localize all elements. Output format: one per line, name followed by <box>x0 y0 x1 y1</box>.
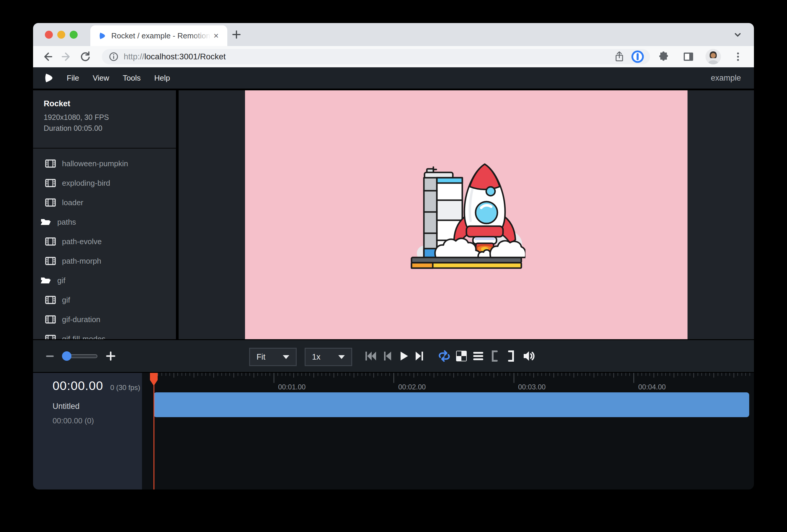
out-point-bracket-icon[interactable] <box>503 340 519 372</box>
ruler-tick <box>210 373 210 376</box>
loop-icon[interactable] <box>436 340 452 372</box>
zoom-slider-thumb[interactable] <box>62 351 71 361</box>
film-icon <box>45 315 56 324</box>
ruler-tick <box>541 373 542 376</box>
menu-view[interactable]: View <box>93 73 109 83</box>
transparency-checkerboard-icon[interactable] <box>453 340 469 372</box>
ruler-tick <box>422 373 422 376</box>
film-icon <box>45 296 56 304</box>
timeline-track-bar[interactable] <box>153 392 749 417</box>
back-icon[interactable] <box>40 49 56 65</box>
playhead-line[interactable] <box>153 373 154 489</box>
sidebar-item-path-morph[interactable]: path-morph <box>33 251 176 271</box>
sidebar-item-gif[interactable]: gif <box>33 290 176 310</box>
composition-name: Rocket <box>44 99 176 108</box>
ruler-tick <box>537 373 538 376</box>
skip-to-start-icon[interactable] <box>363 340 379 372</box>
ruler-tick <box>533 373 534 378</box>
ruler-tick <box>310 373 310 376</box>
url-bar[interactable]: http://localhost:3001/Rocket <box>102 49 650 64</box>
play-icon[interactable] <box>396 340 411 372</box>
zoom-in-plus-icon[interactable] <box>105 350 116 362</box>
menu-file[interactable]: File <box>67 73 79 83</box>
ruler-tick <box>570 373 570 376</box>
timeline-tracks-area[interactable]: 00:01.00 00:02.00 00:03.00 00:04.00 <box>144 373 754 489</box>
ruler-tick <box>254 373 254 378</box>
ruler-tick <box>738 373 738 376</box>
new-tab-button[interactable] <box>230 28 243 41</box>
ruler-tick <box>162 373 162 376</box>
url-address: localhost:3001/Rocket <box>144 52 226 61</box>
ruler-tick <box>197 373 198 376</box>
sidebar-item-path-evolve[interactable]: path-evolve <box>33 232 176 251</box>
menu-help[interactable]: Help <box>154 73 170 83</box>
timeline-info-panel: 00:00.00 0 (30 fps) Untitled 00:00.00 (0… <box>33 373 142 489</box>
close-tab-icon[interactable]: × <box>211 30 221 41</box>
menu-tools[interactable]: Tools <box>123 73 141 83</box>
ruler-tick <box>709 373 710 376</box>
ruler-tick <box>549 373 550 376</box>
sidebar-item-halloween-pumpkin[interactable]: halloween-pumpkin <box>33 154 176 173</box>
zoom-out-minus-icon[interactable] <box>45 351 55 361</box>
side-panel-icon[interactable] <box>680 48 697 65</box>
ruler-tick <box>505 373 506 376</box>
ruler-tick <box>166 373 166 376</box>
playback-speed-select[interactable]: 1x <box>305 348 352 366</box>
reload-icon[interactable] <box>77 49 93 65</box>
ruler-tick <box>553 373 554 378</box>
previous-frame-icon[interactable] <box>379 340 395 372</box>
ruler-tick <box>394 373 394 383</box>
canvas-zoom-slider[interactable] <box>63 354 98 358</box>
sidebar-item-exploding-bird[interactable]: exploding-bird <box>33 173 176 193</box>
sidebar-divider <box>176 90 178 339</box>
ruler-tick <box>469 373 470 376</box>
extensions-puzzle-icon[interactable] <box>655 48 671 65</box>
ruler-tick <box>749 373 750 376</box>
ruler-tick <box>621 373 622 376</box>
ruler-tick <box>453 373 454 378</box>
share-icon[interactable] <box>613 51 625 63</box>
sidebar-item-gif-duration[interactable]: gif-duration <box>33 310 176 329</box>
ruler-tick <box>645 373 646 376</box>
tab-search-chevron-icon[interactable] <box>733 29 743 41</box>
ruler-tick <box>482 373 482 376</box>
close-window-button[interactable] <box>45 31 53 39</box>
ruler-tick <box>650 373 650 376</box>
ruler-tick <box>402 373 402 376</box>
ruler-tick <box>398 373 398 376</box>
ruler-tick <box>473 373 474 378</box>
browser-menu-dots-icon[interactable] <box>730 48 746 65</box>
browser-tab[interactable]: Rocket / example - Remotion P × <box>90 25 227 46</box>
minimize-window-button[interactable] <box>57 31 65 39</box>
remotion-favicon-icon <box>98 32 106 40</box>
ruler-tick <box>718 373 718 376</box>
ruler-tick <box>726 373 726 376</box>
playhead-marker[interactable] <box>149 373 158 386</box>
ruler-tick <box>305 373 306 376</box>
fullscreen-window-button[interactable] <box>70 31 78 39</box>
sidebar-folder-gif[interactable]: gif <box>33 271 176 290</box>
rich-timeline-icon[interactable] <box>470 340 486 372</box>
canvas-size-select[interactable]: Fit <box>249 348 297 366</box>
ruler-tick <box>561 373 562 376</box>
ruler-tick <box>517 373 518 376</box>
volume-icon[interactable] <box>521 340 537 372</box>
url-text[interactable]: http://localhost:3001/Rocket <box>124 52 613 61</box>
site-info-icon[interactable] <box>108 51 119 62</box>
sidebar-item-loader[interactable]: loader <box>33 193 176 212</box>
in-point-bracket-icon[interactable] <box>487 340 503 372</box>
ruler-tick <box>494 373 494 378</box>
sidebar-folder-paths[interactable]: paths <box>33 212 176 232</box>
ruler-tick <box>514 373 514 383</box>
forward-icon[interactable] <box>59 49 75 65</box>
ruler-tick <box>566 373 566 376</box>
ruler-tick <box>638 373 638 376</box>
rocket-illustration <box>407 156 526 274</box>
next-frame-icon[interactable] <box>411 340 427 372</box>
profile-avatar[interactable] <box>705 49 721 64</box>
ruler-tick <box>445 373 446 376</box>
ruler-tick <box>229 373 230 376</box>
onepassword-extension-icon[interactable] <box>630 48 646 65</box>
film-icon <box>45 335 56 339</box>
sidebar-item-gif-fill-modes[interactable]: gif-fill-modes <box>33 329 176 339</box>
